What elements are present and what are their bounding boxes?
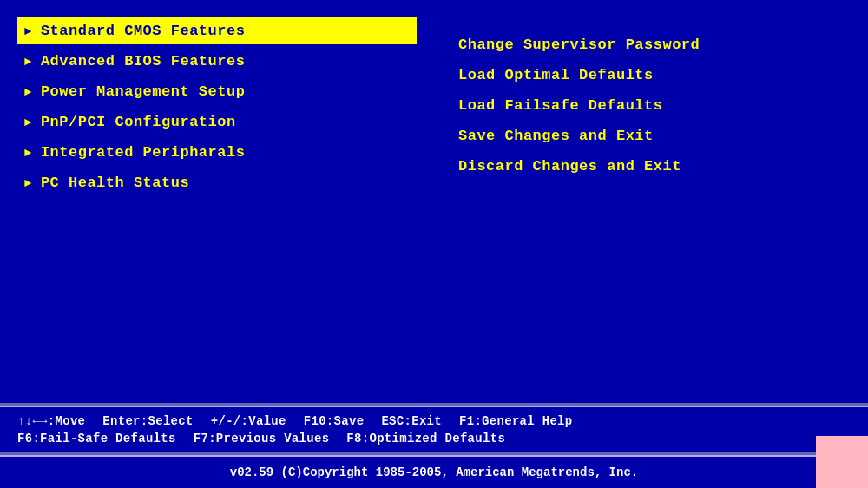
arrow-icon-2: ► bbox=[24, 85, 32, 99]
left-menu-item-1[interactable]: ►Advanced BIOS Features bbox=[17, 48, 417, 75]
bottom-key-row1-4: ESC:Exit bbox=[381, 414, 442, 428]
bottom-key-row1-2: +/-/:Value bbox=[211, 414, 286, 428]
bottom-row-1: ↑↓←→:MoveEnter:Select+/-/:ValueF10:SaveE… bbox=[17, 414, 851, 428]
left-menu-label-0: Standard CMOS Features bbox=[41, 23, 245, 39]
right-menu-item-2[interactable]: Load Failsafe Defaults bbox=[451, 92, 851, 119]
bottom-key-row1-5: F1:General Help bbox=[459, 414, 573, 428]
arrow-icon-4: ► bbox=[24, 146, 32, 160]
left-menu-label-2: Power Management Setup bbox=[41, 83, 245, 100]
right-menu-item-1[interactable]: Load Optimal Defaults bbox=[451, 62, 851, 89]
left-menu-item-3[interactable]: ►PnP/PCI Configuration bbox=[17, 109, 417, 135]
arrow-icon-3: ► bbox=[24, 115, 32, 129]
arrow-icon-0: ► bbox=[24, 24, 32, 38]
bottom-bar: ↑↓←→:MoveEnter:Select+/-/:ValueF10:SaveE… bbox=[0, 406, 868, 452]
bottom-key-row2-1: F7:Previous Values bbox=[194, 432, 330, 445]
left-menu-item-5[interactable]: ►PC Health Status bbox=[17, 169, 417, 196]
bottom-key-row1-0: ↑↓←→:Move bbox=[17, 414, 85, 428]
left-menu-item-4[interactable]: ►Integrated Peripharals bbox=[17, 139, 417, 166]
left-menu-label-4: Integrated Peripharals bbox=[41, 144, 245, 161]
footer: v02.59 (C)Copyright 1985-2005, American … bbox=[0, 455, 868, 488]
footer-text: v02.59 (C)Copyright 1985-2005, American … bbox=[230, 465, 638, 479]
pink-corner bbox=[816, 436, 868, 488]
content-area: ►Standard CMOS Features►Advanced BIOS Fe… bbox=[0, 0, 868, 403]
right-menu-item-4[interactable]: Discard Changes and Exit bbox=[451, 153, 851, 180]
left-menu-label-3: PnP/PCI Configuration bbox=[41, 114, 236, 130]
arrow-icon-5: ► bbox=[24, 176, 32, 190]
left-menu-item-2[interactable]: ►Power Management Setup bbox=[17, 78, 417, 105]
left-menu-label-1: Advanced BIOS Features bbox=[41, 53, 245, 69]
right-menu-item-0[interactable]: Change Supervisor Password bbox=[451, 31, 851, 58]
bios-screen: ►Standard CMOS Features►Advanced BIOS Fe… bbox=[0, 0, 868, 488]
bottom-key-row1-3: F10:Save bbox=[304, 414, 365, 428]
arrow-icon-1: ► bbox=[24, 55, 32, 69]
left-menu-label-5: PC Health Status bbox=[41, 175, 189, 191]
right-menu: Change Supervisor PasswordLoad Optimal D… bbox=[434, 9, 868, 394]
left-menu-item-0[interactable]: ►Standard CMOS Features bbox=[17, 17, 417, 44]
bottom-row-2: F6:Fail-Safe DefaultsF7:Previous ValuesF… bbox=[17, 432, 851, 445]
bottom-key-row1-1: Enter:Select bbox=[102, 414, 193, 428]
bottom-key-row2-0: F6:Fail-Safe Defaults bbox=[17, 432, 176, 445]
left-menu: ►Standard CMOS Features►Advanced BIOS Fe… bbox=[0, 9, 434, 394]
right-menu-item-3[interactable]: Save Changes and Exit bbox=[451, 122, 851, 149]
bottom-key-row2-2: F8:Optimized Defaults bbox=[346, 432, 505, 445]
